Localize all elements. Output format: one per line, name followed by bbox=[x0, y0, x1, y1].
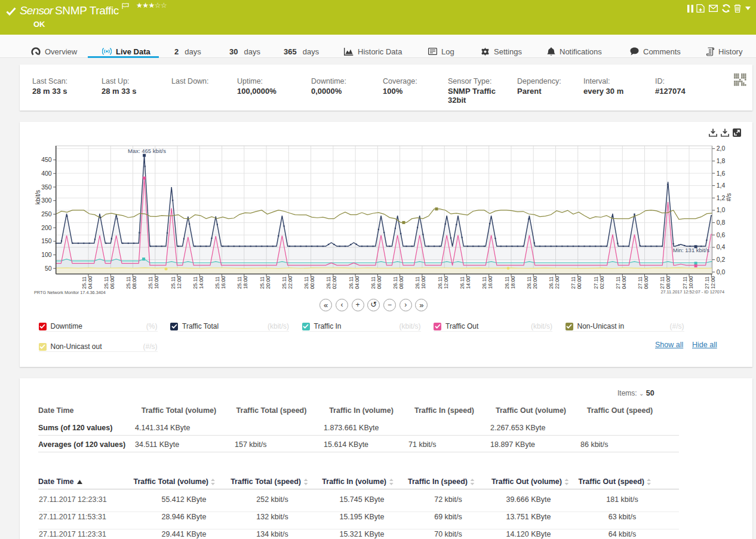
svg-text:26.1106:00: 26.1106:00 bbox=[370, 276, 382, 289]
svg-text:Max: 465 kbit/s: Max: 465 kbit/s bbox=[128, 148, 166, 154]
svg-text:27.1102:00: 27.1102:00 bbox=[593, 276, 605, 289]
svg-text:0,0: 0,0 bbox=[717, 268, 726, 275]
svg-text:50: 50 bbox=[45, 265, 52, 272]
svg-text:25.1106:00: 25.1106:00 bbox=[103, 276, 115, 289]
svg-text:26.1122:00: 26.1122:00 bbox=[548, 276, 560, 289]
svg-text:26.1118:00: 26.1118:00 bbox=[504, 276, 516, 289]
svg-text:26.1110:00: 26.1110:00 bbox=[414, 276, 426, 289]
svg-text:27.11.2017 12:52:07 - ID 12707: 27.11.2017 12:52:07 - ID 127074 bbox=[660, 289, 724, 295]
svg-text:100: 100 bbox=[41, 251, 52, 258]
svg-text:25.1110:00: 25.1110:00 bbox=[147, 276, 159, 289]
svg-text:1,2: 1,2 bbox=[717, 194, 726, 201]
svg-text:26.1100:00: 26.1100:00 bbox=[303, 276, 315, 289]
svg-text:25.1112:00: 25.1112:00 bbox=[170, 276, 182, 289]
svg-text:Min: 131 kbit/s: Min: 131 kbit/s bbox=[673, 247, 709, 253]
svg-text:200: 200 bbox=[41, 224, 52, 231]
svg-text:0,8: 0,8 bbox=[717, 219, 726, 226]
svg-text:25.1118:00: 25.1118:00 bbox=[236, 276, 248, 289]
svg-text:0,2: 0,2 bbox=[717, 256, 726, 263]
svg-text:26.1114:00: 26.1114:00 bbox=[459, 276, 471, 289]
svg-text:1,0: 1,0 bbox=[717, 206, 726, 213]
svg-text:1,8: 1,8 bbox=[717, 157, 726, 164]
svg-text:26.1102:00: 26.1102:00 bbox=[325, 276, 337, 289]
svg-text:1,4: 1,4 bbox=[717, 182, 726, 189]
svg-text:#/s: #/s bbox=[725, 193, 732, 201]
svg-text:27.1100:00: 27.1100:00 bbox=[570, 276, 582, 289]
svg-text:25.1104:00: 25.1104:00 bbox=[81, 276, 93, 289]
svg-text:27.1110:00: 27.1110:00 bbox=[682, 276, 694, 289]
svg-text:27.1112:00: 27.1112:00 bbox=[704, 276, 716, 289]
svg-text:250: 250 bbox=[41, 210, 52, 218]
svg-text:2,0: 2,0 bbox=[717, 145, 726, 152]
svg-text:27.1104:00: 27.1104:00 bbox=[615, 276, 627, 289]
svg-text:25.1108:00: 25.1108:00 bbox=[125, 276, 137, 289]
svg-text:27.1106:00: 27.1106:00 bbox=[637, 276, 649, 289]
svg-text:150: 150 bbox=[41, 237, 52, 244]
svg-text:25.1120:00: 25.1120:00 bbox=[259, 276, 271, 289]
svg-text:kbit/s: kbit/s bbox=[34, 190, 41, 205]
svg-text:25.1114:00: 25.1114:00 bbox=[192, 276, 204, 289]
svg-text:1,6: 1,6 bbox=[717, 170, 726, 177]
svg-text:PRTG Network Monitor 17.4.36.3: PRTG Network Monitor 17.4.36.3404 bbox=[34, 290, 106, 295]
svg-text:25.1116:00: 25.1116:00 bbox=[214, 276, 226, 289]
svg-text:26.1104:00: 26.1104:00 bbox=[348, 276, 360, 289]
svg-text:25.1122:00: 25.1122:00 bbox=[281, 276, 293, 289]
svg-text:27.1108:00: 27.1108:00 bbox=[659, 276, 671, 289]
svg-text:300: 300 bbox=[41, 197, 52, 204]
svg-text:450: 450 bbox=[41, 156, 52, 163]
svg-text:400: 400 bbox=[41, 170, 52, 177]
svg-text:350: 350 bbox=[41, 183, 52, 191]
svg-text:26.1120:00: 26.1120:00 bbox=[526, 276, 538, 289]
svg-text:0,6: 0,6 bbox=[717, 231, 726, 238]
svg-text:26.1112:00: 26.1112:00 bbox=[437, 276, 449, 289]
svg-text:26.1116:00: 26.1116:00 bbox=[481, 276, 493, 289]
svg-text:26.1108:00: 26.1108:00 bbox=[392, 276, 404, 289]
svg-text:0,4: 0,4 bbox=[717, 243, 726, 250]
